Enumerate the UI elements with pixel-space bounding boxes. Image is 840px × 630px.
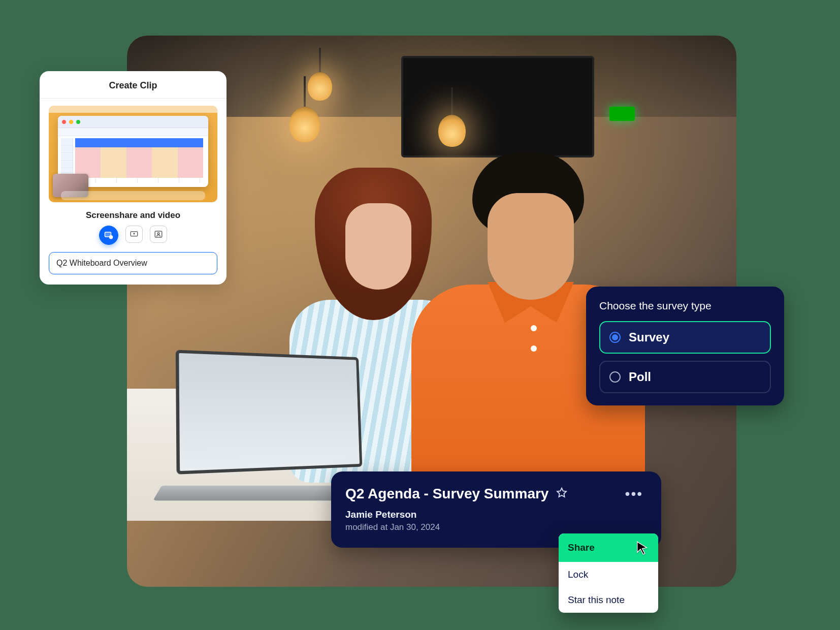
note-title: Q2 Agenda - Survey Summary xyxy=(345,486,548,502)
clip-mode-subtitle: Screenshare and video xyxy=(40,202,227,226)
menu-item-lock[interactable]: Lock xyxy=(559,562,658,587)
exit-sign xyxy=(609,107,635,121)
clip-preview-thumbnail[interactable] xyxy=(49,106,217,202)
menu-item-label: Share xyxy=(568,542,595,553)
clip-name-input[interactable] xyxy=(49,252,217,274)
survey-type-panel: Choose the survey type Survey Poll xyxy=(586,287,784,405)
svg-point-5 xyxy=(157,233,159,235)
menu-item-label: Star this note xyxy=(568,594,625,606)
screen-video-icon xyxy=(104,231,113,240)
poll-option-label: Poll xyxy=(629,370,651,384)
note-context-menu: Share Lock Star this note xyxy=(559,533,658,613)
note-author: Jamie Peterson xyxy=(345,509,647,520)
radio-selected-icon xyxy=(609,332,621,343)
menu-item-label: Lock xyxy=(568,569,588,580)
note-modified: modified at Jan 30, 2024 xyxy=(345,522,647,532)
survey-option-survey[interactable]: Survey xyxy=(599,321,771,354)
survey-option-poll[interactable]: Poll xyxy=(599,361,771,393)
cursor-pointer-icon xyxy=(635,541,649,555)
menu-item-share[interactable]: Share xyxy=(559,533,658,562)
create-clip-card: Create Clip Screenshare and video xyxy=(40,71,227,285)
star-icon[interactable] xyxy=(556,487,568,501)
survey-type-title: Choose the survey type xyxy=(599,300,771,312)
create-clip-title: Create Clip xyxy=(40,71,227,99)
mode-video-only-button[interactable] xyxy=(150,226,167,243)
person-icon xyxy=(154,230,163,239)
mode-screen-only-button[interactable] xyxy=(125,226,143,243)
menu-item-star[interactable]: Star this note xyxy=(559,587,658,613)
more-actions-button[interactable]: ••• xyxy=(621,485,647,503)
survey-option-label: Survey xyxy=(629,330,669,344)
svg-point-2 xyxy=(110,236,113,239)
mode-screen-and-video-button[interactable] xyxy=(99,226,118,245)
radio-unselected-icon xyxy=(609,371,621,383)
screen-icon xyxy=(130,230,139,239)
ellipsis-icon: ••• xyxy=(625,486,643,501)
wall-tv xyxy=(401,56,594,158)
